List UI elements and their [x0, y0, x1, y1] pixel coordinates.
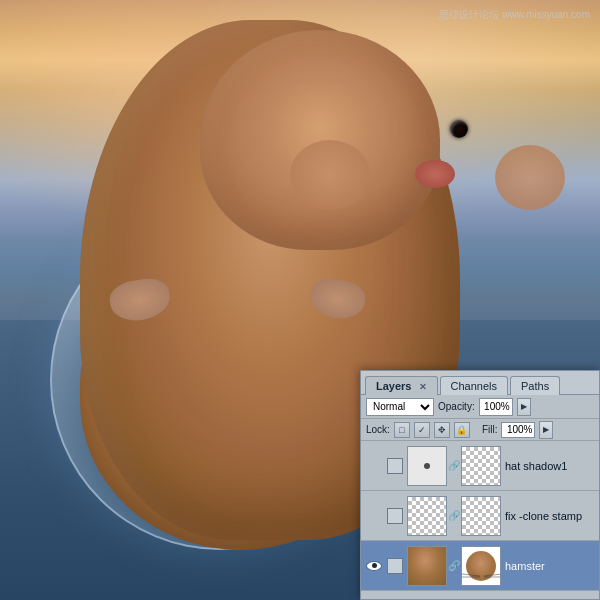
tab-paths[interactable]: Paths — [510, 376, 560, 395]
thumb-dot — [424, 463, 430, 469]
layer-row-hamster[interactable]: 🔗 hamster — [361, 541, 599, 591]
whiskers-svg — [462, 567, 501, 581]
hamster-head — [200, 30, 440, 250]
layer-checkbox-2[interactable] — [387, 508, 403, 524]
svg-line-2 — [484, 574, 501, 576]
layer-thumbs-1: 🔗 — [407, 446, 501, 486]
layer-mask-hamster — [461, 546, 501, 586]
layer-thumbs-3: 🔗 — [407, 546, 501, 586]
fill-label: Fill: — [482, 424, 498, 435]
fill-input[interactable] — [501, 422, 535, 438]
layer-row-fix-clone[interactable]: 🔗 fix -clone stamp — [361, 491, 599, 541]
layer-checkbox-3[interactable] — [387, 558, 403, 574]
opacity-label: Opacity: — [438, 401, 475, 412]
link-icon-1[interactable]: 🔗 — [449, 446, 459, 486]
layer-name-1: hat shadow1 — [505, 460, 595, 472]
lock-all-btn[interactable]: 🔒 — [454, 422, 470, 438]
blend-opacity-row: Normal Opacity: ▶ — [361, 395, 599, 419]
layers-panel: Layers ✕ Channels Paths Normal Opacity: … — [360, 370, 600, 600]
tab-layers-close[interactable]: ✕ — [419, 382, 427, 392]
tab-paths-label: Paths — [521, 380, 549, 392]
tab-channels-label: Channels — [451, 380, 497, 392]
watermark: 思综设计论坛 www.missyuan.com — [439, 8, 590, 22]
link-icon-2[interactable]: 🔗 — [449, 496, 459, 536]
tab-layers-label: Layers — [376, 380, 411, 392]
layer-thumb-hamster — [407, 546, 447, 586]
lock-brush-btn[interactable]: ✓ — [414, 422, 430, 438]
tab-layers[interactable]: Layers ✕ — [365, 376, 438, 395]
right-cheek — [495, 145, 565, 210]
layer-thumb-2 — [407, 496, 447, 536]
svg-line-0 — [462, 574, 480, 576]
tab-channels[interactable]: Channels — [440, 376, 508, 395]
opacity-arrow[interactable]: ▶ — [517, 398, 531, 416]
blend-mode-select[interactable]: Normal — [366, 398, 434, 416]
layer-visibility-3[interactable] — [365, 557, 383, 575]
layer-mask-2 — [461, 496, 501, 536]
layer-mask-1 — [461, 446, 501, 486]
visibility-empty-1 — [365, 457, 383, 475]
layer-row-hat-shadow[interactable]: 🔗 hat shadow1 — [361, 441, 599, 491]
layer-thumb-1 — [407, 446, 447, 486]
panel-tabs: Layers ✕ Channels Paths — [361, 371, 599, 395]
lock-checkerboard-btn[interactable]: □ — [394, 422, 410, 438]
eye-icon — [366, 561, 382, 571]
layer-name-3: hamster — [505, 560, 595, 572]
visibility-empty-2 — [365, 507, 383, 525]
lock-label: Lock: — [366, 424, 390, 435]
layer-checkbox-1[interactable] — [387, 458, 403, 474]
hamster-eye — [450, 120, 468, 138]
layer-name-2: fix -clone stamp — [505, 510, 595, 522]
main-canvas: 思综设计论坛 www.missyuan.com Layers ✕ Channel… — [0, 0, 600, 600]
left-cheek — [290, 140, 370, 210]
fill-arrow[interactable]: ▶ — [539, 421, 553, 439]
layer-thumbs-2: 🔗 — [407, 496, 501, 536]
opacity-input[interactable] — [479, 398, 513, 416]
lock-move-btn[interactable]: ✥ — [434, 422, 450, 438]
lock-fill-row: Lock: □ ✓ ✥ 🔒 Fill: ▶ — [361, 419, 599, 441]
hamster-nose — [415, 160, 455, 188]
eye-pupil — [372, 563, 377, 568]
link-icon-3[interactable]: 🔗 — [449, 546, 459, 586]
